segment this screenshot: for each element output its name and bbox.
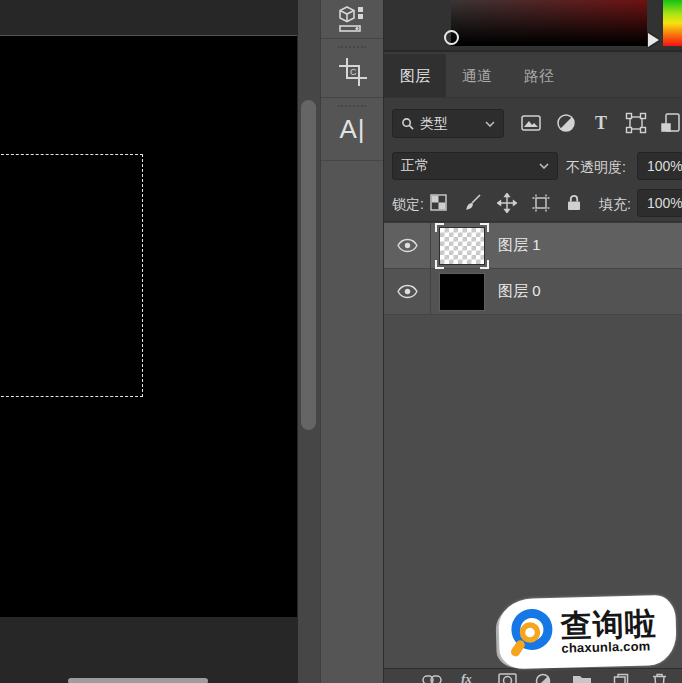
- svg-text:T: T: [595, 113, 607, 133]
- tab-paths[interactable]: 路径: [508, 54, 570, 97]
- blend-mode-select[interactable]: 正常: [392, 152, 558, 180]
- fx-icon[interactable]: fx: [461, 671, 479, 683]
- selection-marquee: [0, 154, 143, 397]
- opacity-value[interactable]: 100%: [637, 152, 682, 180]
- lock-artboard-icon[interactable]: [531, 193, 551, 213]
- layer-name[interactable]: 图层 0: [498, 282, 541, 301]
- layer-row-1[interactable]: 图层 1: [384, 223, 682, 269]
- 3d-panel-icon[interactable]: [321, 4, 384, 34]
- transparent-thumbnail: [439, 227, 485, 265]
- thumb-select-corner: [480, 260, 489, 269]
- panel-tab-bar: 图层 通道 路径: [384, 54, 682, 97]
- panel-dock: C A|: [320, 0, 383, 683]
- eye-icon: [397, 238, 418, 253]
- svg-text:C: C: [350, 67, 357, 77]
- type-filter-icon[interactable]: T: [590, 112, 612, 134]
- lock-row: 锁定:: [384, 185, 682, 222]
- blend-mode-value: 正常: [401, 157, 539, 175]
- dock-divider: [321, 97, 384, 98]
- lock-move-icon[interactable]: [497, 193, 517, 213]
- thumb-select-corner: [435, 223, 444, 232]
- blend-mode-row: 正常 不透明度: 100%: [384, 148, 682, 185]
- crop-tool-icon[interactable]: C: [321, 56, 384, 88]
- watermark-title: 查询啦: [560, 607, 657, 642]
- adjustment-filter-icon[interactable]: [555, 112, 577, 134]
- lock-label: 锁定:: [392, 196, 424, 214]
- visibility-cell[interactable]: [384, 223, 431, 269]
- trash-icon[interactable]: [652, 673, 670, 683]
- visibility-cell[interactable]: [384, 269, 431, 315]
- pixel-layer-filter-icon[interactable]: [520, 112, 542, 134]
- search-icon: [401, 117, 414, 130]
- vertical-scrollbar-thumb[interactable]: [301, 100, 316, 430]
- layer-thumbnail[interactable]: [439, 273, 485, 311]
- canvas[interactable]: [0, 35, 297, 617]
- hue-slider-arrow-icon[interactable]: [648, 33, 659, 47]
- hue-slider[interactable]: [663, 0, 682, 46]
- thumb-select-corner: [435, 260, 444, 269]
- mask-icon[interactable]: [498, 673, 516, 683]
- layer-filter-row: 类型 T: [384, 97, 682, 148]
- layer-row-0[interactable]: 图层 0: [384, 269, 682, 315]
- vertical-scrollbar-track: [298, 0, 320, 683]
- dock-divider: [321, 160, 384, 161]
- filter-type-select[interactable]: 类型: [392, 109, 504, 138]
- document-area: [0, 0, 298, 683]
- lock-transparent-icon[interactable]: [429, 193, 449, 213]
- tab-channels[interactable]: 通道: [446, 54, 508, 97]
- dock-grip-dots: [338, 46, 366, 48]
- thumb-select-corner: [480, 223, 489, 232]
- color-field[interactable]: [451, 0, 647, 46]
- color-panel: [384, 0, 682, 52]
- character-panel-icon[interactable]: A|: [321, 114, 384, 145]
- fill-label: 填充:: [599, 196, 631, 214]
- fill-value[interactable]: 100%: [637, 189, 682, 217]
- eye-icon: [397, 284, 418, 299]
- filter-type-label: 类型: [420, 115, 485, 133]
- watermark-chaxunla: 查询啦 chaxunla.com: [498, 595, 677, 670]
- chevron-down-icon: [485, 121, 495, 127]
- new-layer-icon[interactable]: [613, 673, 631, 683]
- layers-panel-footer: fx: [384, 668, 682, 683]
- layer-name[interactable]: 图层 1: [498, 236, 541, 255]
- layer-thumbnail[interactable]: [439, 227, 485, 265]
- tab-layers[interactable]: 图层: [384, 54, 446, 97]
- lock-all-icon[interactable]: [565, 193, 585, 213]
- black-thumbnail: [439, 273, 485, 311]
- shape-filter-icon[interactable]: [625, 112, 647, 134]
- smart-object-filter-icon[interactable]: [660, 112, 682, 134]
- magnifier-logo-icon: [506, 607, 557, 660]
- dock-divider: [321, 38, 384, 39]
- photoshop-window: C A| 图层 通道 路径 类型: [0, 0, 682, 683]
- color-picker-cursor[interactable]: [444, 30, 459, 45]
- horizontal-scrollbar[interactable]: [68, 678, 208, 683]
- dock-grip-dots: [338, 105, 366, 107]
- lock-paint-icon[interactable]: [463, 193, 483, 213]
- link-icon[interactable]: [422, 673, 440, 683]
- group-icon[interactable]: [572, 673, 590, 683]
- watermark-url: chaxunla.com: [561, 638, 657, 656]
- opacity-label: 不透明度:: [566, 159, 626, 177]
- chevron-down-icon: [539, 163, 549, 169]
- panels-column: 图层 通道 路径 类型: [383, 0, 682, 683]
- adjustment-icon[interactable]: [535, 673, 553, 683]
